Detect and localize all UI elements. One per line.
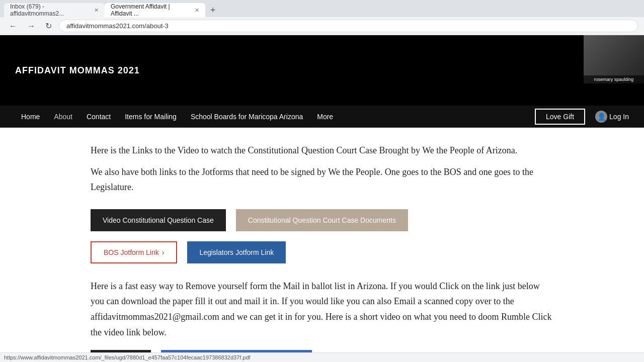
tab-affidavit[interactable]: Government Affidavit | Affidavit ... ✕ (105, 3, 205, 17)
court-docs-button[interactable]: Constitutional Question Court Case Docum… (236, 209, 408, 231)
chevron-right-icon: › (162, 248, 165, 256)
new-tab-button[interactable]: + (207, 3, 219, 17)
love-gift-button[interactable]: Love Gift (535, 109, 585, 125)
video-thumb-label: rosemary spaulding (584, 75, 644, 83)
tab-close-inbox[interactable]: ✕ (94, 7, 99, 14)
url-input[interactable] (59, 20, 638, 32)
main-buttons-row: Video Constitutional Question Case Const… (91, 209, 553, 231)
main-content: Here is the Links to the Video to watch … (80, 128, 564, 362)
nav-school-boards[interactable]: School Boards for Maricopa Arizona (185, 109, 309, 125)
jotform-buttons-row: BOS Jotform Link › Legislators Jotform L… (91, 241, 553, 263)
tab-label-inbox: Inbox (679) - affidavitmommas2... (10, 3, 90, 17)
video-constitutional-button[interactable]: Video Constitutional Question Case (91, 209, 226, 231)
bos-jotform-button[interactable]: BOS Jotform Link › (91, 241, 177, 263)
reload-button[interactable]: ↻ (42, 20, 55, 32)
nav-home[interactable]: Home (15, 109, 46, 125)
video-thumbnail: rosemary spaulding (584, 35, 644, 83)
tab-inbox[interactable]: Inbox (679) - affidavitmommas2... ✕ (4, 3, 105, 17)
intro-paragraph-2: We also have both links to the Jotforms … (91, 164, 553, 195)
browser-tabs: Inbox (679) - affidavitmommas2... ✕ Gove… (0, 0, 644, 17)
section2-paragraph: Here is a fast easy way to Remove yourse… (91, 279, 553, 340)
status-url: https://www.affidavitmommas2021.com/_fil… (4, 354, 251, 360)
legislators-jotform-button[interactable]: Legislators Jotform Link (187, 241, 286, 263)
bos-jotform-label: BOS Jotform Link (104, 248, 159, 256)
login-area[interactable]: 👤 Log In (595, 111, 629, 123)
nav-more[interactable]: More (311, 109, 339, 125)
site-header: AFFIDAVIT MOMMAS 2021 rosemary spaulding (0, 35, 644, 106)
nav-about[interactable]: About (48, 109, 78, 125)
nav-contact[interactable]: Contact (80, 109, 117, 125)
address-bar-row: ← → ↻ (0, 17, 644, 35)
nav-items-mailing[interactable]: Items for Mailing (119, 109, 183, 125)
tab-label-affidavit: Government Affidavit | Affidavit ... (111, 3, 191, 17)
site-navigation: Home About Contact Items for Mailing Sch… (0, 106, 644, 128)
forward-button[interactable]: → (24, 21, 38, 32)
back-button[interactable]: ← (6, 21, 20, 32)
status-bar: https://www.affidavitmommas2021.com/_fil… (0, 352, 644, 362)
intro-paragraph-1: Here is the Links to the Video to watch … (91, 143, 553, 158)
login-label: Log In (609, 113, 629, 121)
tab-close-affidavit[interactable]: ✕ (195, 7, 199, 14)
login-icon: 👤 (595, 111, 607, 123)
site-title: AFFIDAVIT MOMMAS 2021 (15, 65, 140, 76)
